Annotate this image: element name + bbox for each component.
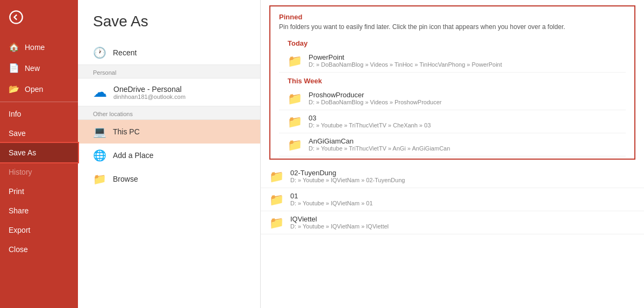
home-icon: 🏠 (9, 42, 19, 52)
sidebar-item-save[interactable]: Save (0, 124, 78, 143)
middle-panel: Save As 🕐 Recent Personal ☁ OneDrive - P… (78, 0, 261, 308)
pinned-title: Pinned (279, 13, 626, 21)
folder-proshow-path: D: » DoBaoNamBlog » Videos » ProshowProd… (309, 99, 441, 105)
folder-angi-path: D: » Youtube » TriThucVietTV » AnGi » An… (309, 145, 450, 152)
folder-02-name: 02-TuyenDung (290, 169, 405, 177)
folder-icon: 📁 (269, 193, 284, 207)
folder-icon: 📁 (269, 216, 284, 230)
folder-proshow-name: ProshowProducer (309, 91, 441, 99)
sidebar-item-save-as[interactable]: Save As (0, 143, 78, 162)
this-week-section-header: This Week (279, 73, 626, 87)
today-section-header: Today (279, 35, 626, 49)
browse-icon: 📁 (93, 173, 106, 185)
onedrive-location[interactable]: ☁ OneDrive - Personal dinhhoan181@outloo… (78, 78, 260, 106)
add-place-icon: 🌐 (93, 149, 106, 162)
sidebar-item-print-label: Print (9, 187, 24, 196)
browse-location[interactable]: 📁 Browse (78, 167, 260, 191)
new-doc-icon: 📄 (9, 63, 19, 73)
sidebar-item-info-label: Info (9, 110, 21, 118)
sidebar-item-share[interactable]: Share (0, 201, 78, 220)
folder-powerpoint[interactable]: 📁 PowerPoint D: » DoBaoNamBlog » Videos … (279, 49, 626, 73)
folder-icon: 📁 (288, 92, 302, 106)
folder-03-path: D: » Youtube » TriThucVietTV » CheXanh »… (309, 122, 431, 128)
recent-label: Recent (113, 48, 137, 57)
pinned-description: Pin folders you want to easily find late… (279, 23, 626, 31)
onedrive-icon: ☁ (93, 84, 107, 101)
sidebar-item-close[interactable]: Close (0, 240, 78, 259)
recent-location[interactable]: 🕐 Recent (78, 41, 260, 65)
folder-powerpoint-path: D: » DoBaoNamBlog » Videos » TinHoc » Ti… (309, 61, 502, 68)
browse-label: Browse (113, 175, 138, 183)
folder-icon: 📁 (288, 138, 302, 152)
sidebar-item-info[interactable]: Info (0, 104, 78, 124)
folder-angi[interactable]: 📁 AnGiGiamCan D: » Youtube » TriThucViet… (279, 133, 626, 156)
folder-icon: 📁 (288, 54, 302, 68)
folder-03-name: 03 (309, 114, 431, 122)
onedrive-email: dinhhoan181@outlook.com (113, 94, 185, 100)
add-place-location[interactable]: 🌐 Add a Place (78, 144, 260, 167)
sidebar-item-history-label: History (9, 168, 32, 176)
recent-icon: 🕐 (93, 46, 106, 59)
sidebar-item-new-label: New (25, 64, 40, 73)
sidebar-item-print[interactable]: Print (0, 182, 78, 201)
svg-point-0 (10, 11, 22, 23)
folder-iqviettel-path: D: » Youtube » IQVietNam » IQViettel (290, 223, 389, 230)
sidebar-item-history[interactable]: History (0, 162, 78, 182)
folder-angi-name: AnGiGiamCan (309, 137, 450, 145)
this-pc-label: This PC (113, 127, 140, 136)
right-panel: Pinned Pin folders you want to easily fi… (261, 0, 644, 308)
folder-iqviettel[interactable]: 📁 IQViettel D: » Youtube » IQVietNam » I… (261, 211, 644, 234)
sidebar-item-share-label: Share (9, 206, 28, 215)
folder-icon: 📁 (269, 170, 284, 184)
folder-03[interactable]: 📁 03 D: » Youtube » TriThucVietTV » CheX… (279, 110, 626, 133)
folder-02-path: D: » Youtube » IQVietNam » 02-TuyenDung (290, 177, 405, 183)
other-section-label: Other locations (78, 106, 260, 120)
onedrive-label: OneDrive - Personal (113, 85, 185, 94)
sidebar: 🏠 Home 📄 New 📂 Open Info Save Save As Hi… (0, 0, 78, 308)
add-place-label: Add a Place (113, 151, 154, 160)
folder-01-path: D: » Youtube » IQVietNam » 01 (290, 200, 373, 206)
folder-proshow[interactable]: 📁 ProshowProducer D: » DoBaoNamBlog » Vi… (279, 87, 626, 110)
sidebar-item-export-label: Export (9, 226, 30, 234)
open-icon: 📂 (9, 84, 19, 94)
sidebar-item-export[interactable]: Export (0, 220, 78, 240)
location-list: 🕐 Recent Personal ☁ OneDrive - Personal … (78, 41, 260, 308)
folder-02-tuyen-dung[interactable]: 📁 02-TuyenDung D: » Youtube » IQVietNam … (261, 165, 644, 188)
folder-01-name: 01 (290, 192, 373, 200)
sidebar-item-close-label: Close (9, 245, 28, 254)
sidebar-item-save-as-label: Save As (9, 148, 36, 157)
personal-section-label: Personal (78, 65, 260, 78)
sidebar-item-new[interactable]: 📄 New (0, 58, 78, 78)
folder-powerpoint-name: PowerPoint (309, 53, 502, 61)
pinned-box: Pinned Pin folders you want to easily fi… (269, 5, 635, 160)
sidebar-nav: 🏠 Home 📄 New 📂 Open Info Save Save As Hi… (0, 37, 78, 308)
folder-icon: 📁 (288, 115, 302, 129)
sidebar-item-open[interactable]: 📂 Open (0, 78, 78, 99)
sidebar-item-save-label: Save (9, 129, 26, 138)
back-button[interactable] (0, 0, 78, 37)
folder-01[interactable]: 📁 01 D: » Youtube » IQVietNam » 01 (261, 188, 644, 211)
this-pc-icon: 💻 (93, 125, 106, 138)
sidebar-item-open-label: Open (25, 85, 43, 94)
sidebar-item-home-label: Home (25, 43, 45, 52)
folder-iqviettel-name: IQViettel (290, 215, 389, 223)
sidebar-item-home[interactable]: 🏠 Home (0, 37, 78, 58)
this-pc-location[interactable]: 💻 This PC (78, 120, 260, 144)
page-title: Save As (78, 0, 260, 41)
